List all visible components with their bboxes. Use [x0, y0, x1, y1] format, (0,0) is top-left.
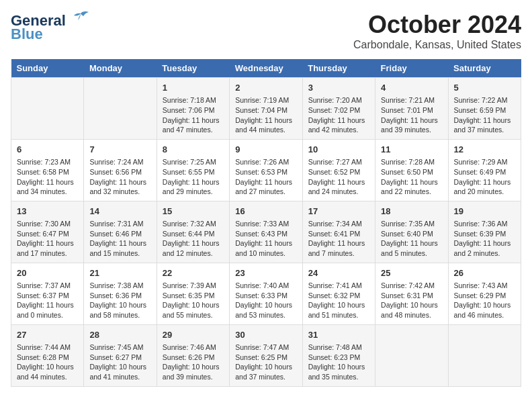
day-number: 10 [308, 144, 369, 156]
day-info: Sunrise: 7:33 AM Sunset: 6:43 PM Dayligh… [235, 219, 296, 259]
day-info: Sunrise: 7:25 AM Sunset: 6:55 PM Dayligh… [163, 157, 224, 197]
day-info: Sunrise: 7:24 AM Sunset: 6:56 PM Dayligh… [89, 157, 150, 197]
day-number: 2 [235, 82, 296, 94]
calendar-table: SundayMondayTuesdayWednesdayThursdayFrid… [11, 59, 521, 387]
calendar-title: October 2024 [353, 11, 521, 39]
header-wednesday: Wednesday [230, 59, 302, 78]
day-number: 16 [235, 205, 296, 218]
day-info: Sunrise: 7:35 AM Sunset: 6:40 PM Dayligh… [381, 219, 442, 259]
calendar-week-2: 6Sunrise: 7:23 AM Sunset: 6:58 PM Daylig… [11, 139, 521, 201]
header-saturday: Saturday [448, 59, 521, 78]
calendar-cell: 31Sunrise: 7:48 AM Sunset: 6:23 PM Dayli… [302, 324, 375, 386]
header-sunday: Sunday [11, 59, 84, 78]
day-number: 26 [454, 267, 515, 279]
day-info: Sunrise: 7:26 AM Sunset: 6:53 PM Dayligh… [235, 157, 296, 197]
day-number: 23 [235, 267, 296, 279]
day-number: 27 [17, 329, 78, 341]
day-number: 30 [235, 329, 296, 341]
day-number: 25 [381, 267, 442, 279]
calendar-cell: 7Sunrise: 7:24 AM Sunset: 6:56 PM Daylig… [84, 139, 157, 201]
day-info: Sunrise: 7:38 AM Sunset: 6:36 PM Dayligh… [89, 281, 150, 320]
header-monday: Monday [84, 59, 157, 78]
day-number: 14 [89, 205, 150, 218]
day-info: Sunrise: 7:44 AM Sunset: 6:28 PM Dayligh… [17, 342, 78, 382]
day-info: Sunrise: 7:43 AM Sunset: 6:29 PM Dayligh… [454, 281, 515, 320]
day-number: 31 [308, 329, 369, 341]
day-number: 3 [308, 82, 369, 94]
day-number: 11 [381, 144, 442, 156]
calendar-cell [448, 324, 521, 386]
day-number: 21 [89, 267, 150, 279]
day-number: 13 [17, 205, 78, 218]
day-info: Sunrise: 7:30 AM Sunset: 6:47 PM Dayligh… [17, 219, 78, 259]
logo-bird-icon [71, 11, 90, 28]
calendar-cell: 15Sunrise: 7:32 AM Sunset: 6:44 PM Dayli… [157, 201, 229, 263]
day-info: Sunrise: 7:37 AM Sunset: 6:37 PM Dayligh… [17, 281, 78, 320]
header-tuesday: Tuesday [157, 59, 229, 78]
calendar-cell: 28Sunrise: 7:45 AM Sunset: 6:27 PM Dayli… [84, 324, 157, 386]
day-info: Sunrise: 7:29 AM Sunset: 6:49 PM Dayligh… [454, 157, 515, 197]
day-info: Sunrise: 7:42 AM Sunset: 6:31 PM Dayligh… [381, 281, 442, 320]
calendar-cell: 22Sunrise: 7:39 AM Sunset: 6:35 PM Dayli… [157, 263, 229, 324]
day-number: 4 [381, 82, 442, 94]
calendar-cell: 12Sunrise: 7:29 AM Sunset: 6:49 PM Dayli… [448, 139, 521, 201]
day-number: 20 [17, 267, 78, 279]
calendar-cell: 27Sunrise: 7:44 AM Sunset: 6:28 PM Dayli… [11, 324, 84, 386]
calendar-cell: 1Sunrise: 7:18 AM Sunset: 7:06 PM Daylig… [157, 78, 229, 140]
day-number: 7 [89, 144, 150, 156]
header-friday: Friday [375, 59, 448, 78]
calendar-week-3: 13Sunrise: 7:30 AM Sunset: 6:47 PM Dayli… [11, 201, 521, 263]
day-info: Sunrise: 7:39 AM Sunset: 6:35 PM Dayligh… [163, 281, 224, 320]
day-number: 18 [381, 205, 442, 218]
logo-blue: Blue [11, 26, 43, 43]
day-info: Sunrise: 7:47 AM Sunset: 6:25 PM Dayligh… [235, 342, 296, 382]
day-info: Sunrise: 7:36 AM Sunset: 6:39 PM Dayligh… [454, 219, 515, 259]
day-info: Sunrise: 7:32 AM Sunset: 6:44 PM Dayligh… [163, 219, 224, 259]
calendar-cell: 19Sunrise: 7:36 AM Sunset: 6:39 PM Dayli… [448, 201, 521, 263]
calendar-cell: 30Sunrise: 7:47 AM Sunset: 6:25 PM Dayli… [230, 324, 302, 386]
title-block: October 2024 Carbondale, Kansas, United … [353, 11, 521, 51]
calendar-subtitle: Carbondale, Kansas, United States [353, 39, 521, 51]
calendar-cell: 8Sunrise: 7:25 AM Sunset: 6:55 PM Daylig… [157, 139, 229, 201]
calendar-cell: 21Sunrise: 7:38 AM Sunset: 6:36 PM Dayli… [84, 263, 157, 324]
calendar-week-4: 20Sunrise: 7:37 AM Sunset: 6:37 PM Dayli… [11, 263, 521, 324]
day-number: 5 [454, 82, 515, 94]
day-info: Sunrise: 7:21 AM Sunset: 7:01 PM Dayligh… [381, 95, 442, 135]
calendar-cell: 26Sunrise: 7:43 AM Sunset: 6:29 PM Dayli… [448, 263, 521, 324]
day-number: 29 [163, 329, 224, 341]
day-info: Sunrise: 7:20 AM Sunset: 7:02 PM Dayligh… [308, 95, 369, 135]
calendar-cell: 20Sunrise: 7:37 AM Sunset: 6:37 PM Dayli… [11, 263, 84, 324]
calendar-cell: 16Sunrise: 7:33 AM Sunset: 6:43 PM Dayli… [230, 201, 302, 263]
day-number: 12 [454, 144, 515, 156]
day-number: 19 [454, 205, 515, 218]
day-number: 22 [163, 267, 224, 279]
calendar-cell: 9Sunrise: 7:26 AM Sunset: 6:53 PM Daylig… [230, 139, 302, 201]
day-number: 24 [308, 267, 369, 279]
logo: General Blue [11, 11, 90, 43]
day-number: 8 [163, 144, 224, 156]
day-info: Sunrise: 7:28 AM Sunset: 6:50 PM Dayligh… [381, 157, 442, 197]
day-info: Sunrise: 7:19 AM Sunset: 7:04 PM Dayligh… [235, 95, 296, 135]
calendar-cell: 17Sunrise: 7:34 AM Sunset: 6:41 PM Dayli… [302, 201, 375, 263]
day-info: Sunrise: 7:23 AM Sunset: 6:58 PM Dayligh… [17, 157, 78, 197]
day-info: Sunrise: 7:46 AM Sunset: 6:26 PM Dayligh… [163, 342, 224, 382]
calendar-cell: 24Sunrise: 7:41 AM Sunset: 6:32 PM Dayli… [302, 263, 375, 324]
calendar-cell: 10Sunrise: 7:27 AM Sunset: 6:52 PM Dayli… [302, 139, 375, 201]
header-thursday: Thursday [302, 59, 375, 78]
calendar-cell: 5Sunrise: 7:22 AM Sunset: 6:59 PM Daylig… [448, 78, 521, 140]
calendar-cell: 25Sunrise: 7:42 AM Sunset: 6:31 PM Dayli… [375, 263, 448, 324]
day-info: Sunrise: 7:34 AM Sunset: 6:41 PM Dayligh… [308, 219, 369, 259]
day-number: 17 [308, 205, 369, 218]
calendar-cell: 4Sunrise: 7:21 AM Sunset: 7:01 PM Daylig… [375, 78, 448, 140]
calendar-cell: 3Sunrise: 7:20 AM Sunset: 7:02 PM Daylig… [302, 78, 375, 140]
calendar-week-5: 27Sunrise: 7:44 AM Sunset: 6:28 PM Dayli… [11, 324, 521, 386]
calendar-cell: 14Sunrise: 7:31 AM Sunset: 6:46 PM Dayli… [84, 201, 157, 263]
page-header: General Blue October 2024 Carbondale, Ka… [11, 11, 521, 51]
day-number: 15 [163, 205, 224, 218]
calendar-cell [375, 324, 448, 386]
day-info: Sunrise: 7:18 AM Sunset: 7:06 PM Dayligh… [163, 95, 224, 135]
day-info: Sunrise: 7:45 AM Sunset: 6:27 PM Dayligh… [89, 342, 150, 382]
calendar-cell: 6Sunrise: 7:23 AM Sunset: 6:58 PM Daylig… [11, 139, 84, 201]
day-info: Sunrise: 7:31 AM Sunset: 6:46 PM Dayligh… [89, 219, 150, 259]
calendar-cell: 2Sunrise: 7:19 AM Sunset: 7:04 PM Daylig… [230, 78, 302, 140]
